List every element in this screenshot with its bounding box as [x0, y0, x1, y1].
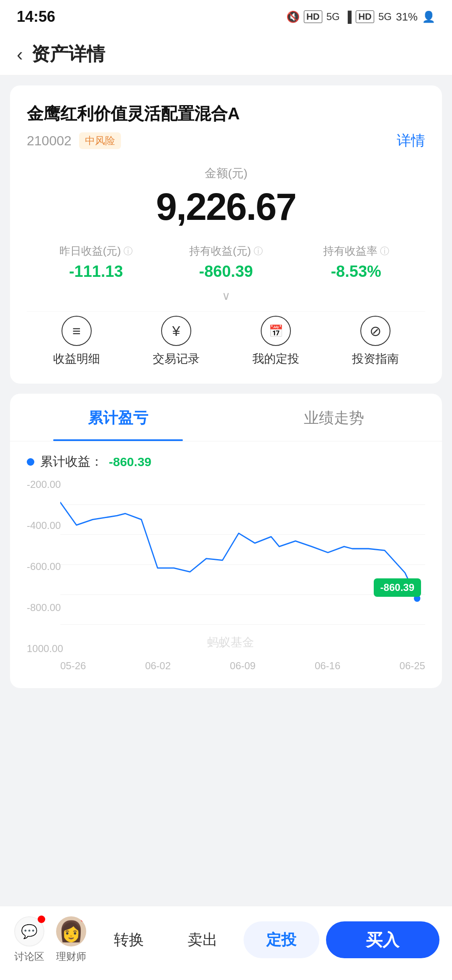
y-label-3: -800.00: [27, 602, 63, 614]
chart-y-axis: -200.00 -400.00 -600.00 -800.00 1000.00: [27, 475, 63, 676]
income-detail-icon: ≡: [62, 316, 92, 346]
sip-button[interactable]: 定投: [244, 921, 319, 958]
sell-button[interactable]: 卖出: [170, 930, 235, 950]
chart-card: 累计盈亏 业绩走势 累计收益： -860.39 -200.00 -400.00 …: [10, 394, 442, 688]
user-icon: 👤: [422, 10, 435, 23]
network2-icon: 5G: [378, 11, 392, 23]
chart-tabs: 累计盈亏 业绩走势: [10, 394, 442, 441]
trade-record-label: 交易记录: [153, 351, 200, 367]
x-label-4: 06-25: [400, 660, 425, 672]
chart-watermark: 蚂蚁基金: [207, 634, 254, 650]
signal-icon: 🔇: [286, 10, 300, 23]
stat-holding-label: 持有收益(元) ⓘ: [189, 244, 262, 258]
stats-row: 昨日收益(元) ⓘ -111.13 持有收益(元) ⓘ -860.39 持有收益…: [27, 244, 425, 281]
advisor-label: 理财师: [56, 950, 86, 963]
fund-meta: 210002 中风险 详情: [27, 131, 425, 150]
bottom-btn-group: 定投 买入: [244, 921, 439, 958]
status-icons: 🔇 HD 5G ▐ HD 5G 31% 👤: [286, 10, 435, 23]
switch-button[interactable]: 转换: [96, 930, 162, 950]
income-detail-label: 收益明细: [53, 351, 100, 367]
my-sip-label: 我的定投: [252, 351, 299, 367]
tab-cumulative-pnl[interactable]: 累计盈亏: [10, 394, 226, 441]
network-icon: 5G: [326, 11, 340, 23]
chart-tooltip: -860.39: [374, 578, 421, 597]
advisor-button[interactable]: 👩 理财师: [54, 916, 88, 963]
stat-yesterday: 昨日收益(元) ⓘ -111.13: [31, 244, 161, 281]
info-icon-2[interactable]: ⓘ: [380, 245, 389, 258]
x-label-1: 06-02: [145, 660, 171, 672]
info-icon-1[interactable]: ⓘ: [254, 245, 263, 258]
stat-return-rate: 持有收益率 ⓘ -8.53%: [291, 244, 421, 281]
x-label-2: 06-09: [230, 660, 255, 672]
legend-dot: [27, 458, 34, 466]
action-invest-guide[interactable]: ⊘ 投资指南: [352, 316, 399, 367]
y-label-1: -400.00: [27, 520, 63, 531]
y-label-4: 1000.00: [27, 643, 63, 655]
page-title: 资产详情: [31, 42, 105, 67]
expand-chevron[interactable]: ∨: [27, 289, 425, 303]
x-label-0: 05-26: [60, 660, 86, 672]
action-income-detail[interactable]: ≡ 收益明细: [53, 316, 100, 367]
bottom-action-bar: 💬 讨论区 👩 理财师 转换 卖出 定投 买入: [0, 906, 452, 980]
info-icon-0[interactable]: ⓘ: [123, 245, 133, 258]
discuss-badge: [38, 916, 45, 923]
legend-text: 累计收益：: [40, 453, 103, 470]
discuss-button[interactable]: 💬 讨论区: [13, 916, 46, 963]
invest-guide-icon: ⊘: [360, 316, 390, 346]
chart-area: -200.00 -400.00 -600.00 -800.00 1000.00 …: [27, 475, 425, 676]
stat-yesterday-label: 昨日收益(元) ⓘ: [59, 244, 133, 258]
y-label-2: -600.00: [27, 561, 63, 573]
status-bar: 14:56 🔇 HD 5G ▐ HD 5G 31% 👤: [0, 0, 452, 34]
invest-guide-label: 投资指南: [352, 351, 399, 367]
discuss-label: 讨论区: [14, 950, 44, 963]
page-header: ‹ 资产详情: [0, 34, 452, 75]
legend-value: -860.39: [109, 455, 152, 469]
fund-main-card: 金鹰红利价值灵活配置混合A 210002 中风险 详情 金额(元) 9,226.…: [10, 85, 442, 384]
my-sip-icon: 📅: [261, 316, 291, 346]
action-my-sip[interactable]: 📅 我的定投: [252, 316, 299, 367]
chart-svg: [60, 475, 425, 655]
chart-line: [60, 503, 417, 598]
trade-record-icon: ¥: [161, 316, 191, 346]
y-label-0: -200.00: [27, 479, 63, 490]
stat-holding-value: -860.39: [199, 263, 253, 281]
x-label-3: 06-16: [315, 660, 340, 672]
fund-meta-left: 210002 中风险: [27, 132, 121, 149]
action-trade-record[interactable]: ¥ 交易记录: [153, 316, 200, 367]
detail-link[interactable]: 详情: [397, 131, 425, 150]
advisor-icon: 👩: [56, 916, 86, 946]
chart-x-axis: 05-26 06-02 06-09 06-16 06-25: [60, 656, 425, 676]
hd2-icon: HD: [356, 10, 374, 23]
stat-yesterday-value: -111.13: [69, 263, 123, 281]
battery-icon: 31%: [396, 10, 418, 23]
buy-button[interactable]: 买入: [326, 921, 439, 958]
fund-name: 金鹰红利价值灵活配置混合A: [27, 102, 425, 125]
signal-bars: ▐: [344, 10, 352, 23]
chart-legend: 累计收益： -860.39: [10, 441, 442, 475]
tab-performance-trend[interactable]: 业绩走势: [226, 394, 442, 441]
chart-svg-container: -860.39: [60, 475, 425, 655]
amount-label: 金额(元): [27, 165, 425, 181]
back-button[interactable]: ‹: [17, 44, 23, 65]
hd-icon: HD: [304, 10, 322, 23]
status-time: 14:56: [17, 8, 55, 26]
risk-badge: 中风险: [79, 132, 121, 149]
fund-code: 210002: [27, 133, 72, 149]
amount-value: 9,226.67: [27, 186, 425, 229]
stat-return-value: -8.53%: [331, 263, 381, 281]
discuss-icon: 💬: [14, 916, 44, 946]
quick-actions: ≡ 收益明细 ¥ 交易记录 📅 我的定投 ⊘ 投资指南: [27, 311, 425, 371]
stat-return-label: 持有收益率 ⓘ: [323, 244, 389, 258]
stat-holding: 持有收益(元) ⓘ -860.39: [161, 244, 291, 281]
